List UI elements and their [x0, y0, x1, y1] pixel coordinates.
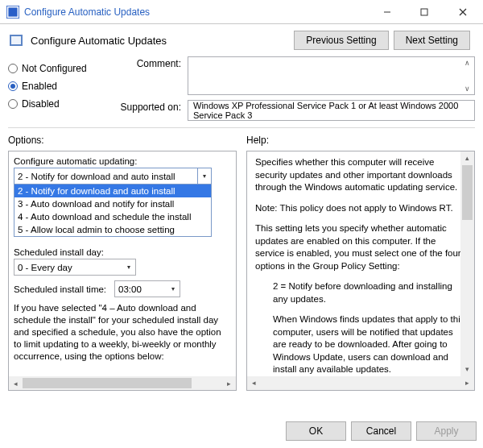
supported-on-value: Windows XP Professional Service Pack 1 o…	[193, 101, 469, 120]
radio-not-configured[interactable]: Not Configured	[8, 60, 109, 77]
scheduled-time-value: 03:00	[118, 284, 142, 294]
dropdown-option[interactable]: 2 - Notify for download and auto install	[14, 185, 211, 197]
ok-button[interactable]: OK	[286, 421, 346, 441]
scroll-track	[460, 165, 474, 363]
chevron-right-icon: ▸	[222, 380, 236, 388]
comment-label: Comment:	[117, 56, 181, 95]
supported-label: Supported on:	[117, 100, 181, 121]
window-title: Configure Automatic Updates	[24, 6, 369, 18]
help-text: Note: This policy does not apply to Wind…	[255, 202, 466, 215]
scheduled-day-label: Scheduled install day:	[14, 247, 231, 257]
chevron-down-icon: ∨	[460, 83, 474, 94]
config-row: Not Configured Enabled Disabled Comment:…	[0, 55, 483, 126]
previous-setting-button[interactable]: Previous Setting	[294, 31, 388, 50]
chevron-down-icon: ▾	[122, 259, 135, 275]
chevron-up-icon: ∧	[460, 57, 474, 68]
dialog-footer: OK Cancel Apply	[281, 417, 481, 446]
help-label: Help:	[246, 135, 475, 146]
next-setting-button[interactable]: Next Setting	[394, 31, 470, 50]
chevron-down-icon: ▾	[460, 363, 474, 376]
help-text: This setting lets you specify whether au…	[255, 222, 466, 272]
configure-updating-label: Configure automatic updating:	[14, 156, 231, 166]
minimize-button[interactable]	[369, 0, 406, 23]
scheduled-time-label: Scheduled install time:	[14, 284, 106, 294]
separator	[8, 127, 475, 128]
radio-icon	[8, 81, 18, 91]
scroll-track	[261, 376, 460, 390]
comment-textarea[interactable]: ∧ ∨	[188, 56, 475, 95]
help-text: When Windows finds updates that apply to…	[255, 313, 466, 376]
help-h-scrollbar[interactable]: ◂ ▸	[247, 376, 474, 390]
scroll-track	[23, 376, 222, 390]
supported-on-field: Windows XP Professional Service Pack 1 o…	[188, 100, 475, 121]
options-note: If you have selected "4 – Auto download …	[14, 302, 231, 363]
app-icon	[6, 6, 19, 19]
chevron-left-icon: ◂	[247, 378, 261, 388]
chevron-left-icon: ◂	[9, 380, 23, 388]
title-bar: Configure Automatic Updates	[0, 0, 483, 24]
svg-rect-2	[421, 9, 427, 15]
dropdown-option[interactable]: 3 - Auto download and notify for install	[14, 197, 211, 210]
apply-button[interactable]: Apply	[416, 421, 477, 441]
cancel-button[interactable]: Cancel	[351, 421, 411, 441]
configure-updating-select[interactable]: 2 - Notify for download and auto install…	[14, 168, 212, 185]
radio-disabled[interactable]: Disabled	[8, 95, 109, 113]
chevron-right-icon: ▸	[460, 378, 474, 388]
radio-label: Not Configured	[22, 63, 87, 74]
comment-scroll[interactable]: ∧ ∨	[460, 57, 474, 94]
chevron-up-icon: ▴	[460, 151, 474, 165]
options-column: Options: Configure automatic updating: 2…	[8, 135, 237, 391]
state-radio-group: Not Configured Enabled Disabled	[8, 56, 109, 121]
help-column: Help: Specifies whether this computer wi…	[246, 135, 475, 391]
options-label: Options:	[8, 135, 237, 146]
radio-label: Disabled	[22, 98, 60, 110]
radio-icon	[8, 99, 18, 109]
options-panel: Configure automatic updating: 2 - Notify…	[8, 151, 237, 391]
options-h-scrollbar[interactable]: ◂ ▸	[9, 376, 236, 390]
scroll-thumb[interactable]	[23, 378, 192, 388]
help-text: Specifies whether this computer will rec…	[255, 156, 466, 194]
scroll-thumb[interactable]	[462, 165, 473, 220]
help-panel: Specifies whether this computer will rec…	[246, 151, 475, 391]
policy-icon	[8, 32, 24, 48]
help-v-scrollbar[interactable]: ▴ ▾	[460, 151, 474, 376]
scheduled-day-select[interactable]: 0 - Every day ▾	[14, 259, 136, 276]
radio-label: Enabled	[22, 81, 57, 92]
help-text: 2 = Notify before downloading and instal…	[255, 280, 466, 305]
radio-icon	[8, 64, 18, 73]
scheduled-time-select[interactable]: 03:00 ▾	[114, 280, 180, 297]
policy-title: Configure Automatic Updates	[31, 35, 287, 47]
scheduled-day-value: 0 - Every day	[18, 263, 72, 272]
lower-section: Options: Configure automatic updating: 2…	[0, 130, 483, 391]
dropdown-option[interactable]: 4 - Auto download and schedule the insta…	[14, 210, 211, 223]
header-row: Configure Automatic Updates Previous Set…	[0, 24, 483, 55]
maximize-button[interactable]	[406, 0, 443, 23]
chevron-down-icon: ▾	[197, 168, 211, 184]
configure-updating-dropdown: 2 - Notify for download and auto install…	[14, 184, 212, 237]
chevron-down-icon: ▾	[166, 281, 180, 297]
dropdown-option[interactable]: 5 - Allow local admin to choose setting	[14, 223, 211, 236]
radio-enabled[interactable]: Enabled	[8, 77, 109, 95]
close-button[interactable]	[443, 0, 483, 23]
svg-rect-0	[8, 6, 19, 17]
configure-updating-value: 2 - Notify for download and auto install	[18, 172, 175, 181]
